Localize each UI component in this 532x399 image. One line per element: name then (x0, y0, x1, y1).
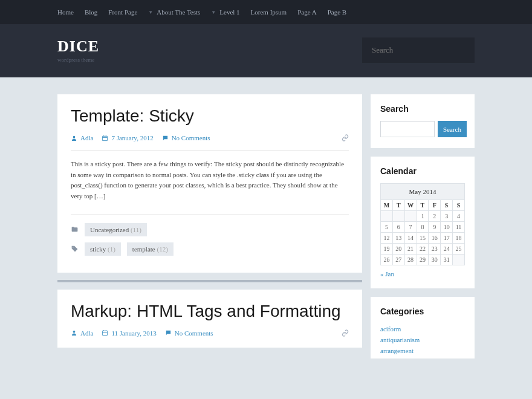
user-icon (71, 135, 77, 141)
calendar-day (453, 255, 465, 265)
date-meta[interactable]: 11 January, 2013 (102, 329, 156, 337)
calendar-day[interactable]: 21 (404, 244, 417, 255)
calendar-day[interactable]: 1 (417, 211, 429, 222)
comment-icon (162, 135, 169, 141)
post-title[interactable]: Markup: HTML Tags and Formatting (71, 302, 349, 321)
nav-page-b[interactable]: Page B (328, 8, 346, 16)
author-name: Adla (80, 329, 93, 337)
post-meta: Adla 7 January, 2012 No Comments (71, 134, 349, 151)
calendar-day[interactable]: 9 (429, 222, 441, 233)
date-meta[interactable]: 7 January, 2012 (102, 134, 153, 141)
site-tagline: wordpress theme (57, 57, 99, 63)
calendar-day-header: F (429, 200, 441, 211)
category-tag[interactable]: Uncategorized (11) (85, 223, 147, 236)
sticky-separator (57, 280, 362, 282)
calendar-day[interactable]: 23 (429, 244, 441, 255)
category-item: arrangement (380, 345, 465, 356)
calendar-day[interactable]: 26 (381, 255, 393, 265)
user-icon (71, 329, 77, 336)
calendar-day[interactable]: 24 (441, 244, 453, 255)
calendar-day[interactable]: 10 (441, 222, 453, 233)
site-logo[interactable]: DICE (57, 37, 99, 56)
calendar-day[interactable]: 3 (441, 211, 453, 222)
post-title[interactable]: Template: Sticky (71, 106, 349, 126)
nav-level1[interactable]: ▼ Level 1 (211, 8, 239, 16)
calendar-day-header: W (404, 200, 417, 211)
calendar-days-row: MTWTFSS (381, 200, 465, 211)
calendar-day[interactable]: 6 (392, 222, 404, 233)
calendar-prev[interactable]: « Jan (380, 270, 394, 277)
calendar-day[interactable]: 4 (453, 211, 465, 222)
nav-blog[interactable]: Blog (85, 8, 97, 16)
author-meta[interactable]: Adla (71, 329, 93, 337)
calendar-day[interactable]: 12 (381, 233, 393, 244)
calendar-week: 1234 (381, 211, 465, 222)
nav-about[interactable]: ▼ About The Tests (148, 8, 200, 16)
calendar-day (392, 211, 404, 222)
nav-home[interactable]: Home (57, 8, 74, 16)
calendar-day[interactable]: 8 (417, 222, 429, 233)
nav-lorem[interactable]: Lorem Ipsum (251, 8, 287, 16)
categories-widget: Categories aciformantiquarianismarrangem… (371, 297, 475, 358)
calendar-day[interactable]: 17 (441, 233, 453, 244)
calendar-day[interactable]: 19 (381, 244, 393, 255)
calendar-table: MTWTFSS 12345678910111213141516171819202… (380, 199, 465, 265)
permalink-icon[interactable] (342, 329, 349, 337)
comments-meta[interactable]: No Comments (162, 134, 210, 141)
calendar-week: 12131415161718 (381, 233, 465, 244)
widget-title: Search (380, 104, 465, 114)
author-name: Adla (80, 134, 93, 141)
sidebar-search-input[interactable] (380, 121, 435, 137)
permalink-icon[interactable] (342, 134, 349, 141)
calendar-day[interactable]: 15 (417, 233, 429, 244)
calendar-day[interactable]: 7 (404, 222, 417, 233)
post: Markup: HTML Tags and Formatting Adla 11… (57, 290, 362, 348)
calendar-day[interactable]: 5 (381, 222, 393, 233)
post-date: 7 January, 2012 (111, 134, 153, 141)
calendar-day[interactable]: 13 (392, 233, 404, 244)
tag-icon (71, 245, 79, 253)
nav-front-page[interactable]: Front Page (108, 8, 137, 16)
category-name: Uncategorized (90, 226, 129, 233)
tag-item[interactable]: template (12) (127, 242, 174, 256)
post: Template: Sticky Adla 7 January, 2012 No… (57, 94, 362, 273)
calendar-day[interactable]: 29 (417, 255, 429, 265)
comments-meta[interactable]: No Comments (165, 329, 213, 337)
tag-name: template (132, 245, 155, 253)
logo-block: DICE wordpress theme (57, 37, 99, 63)
calendar-day[interactable]: 20 (392, 244, 404, 255)
calendar-day[interactable]: 18 (453, 233, 465, 244)
calendar-day[interactable]: 14 (404, 233, 417, 244)
folder-icon (71, 225, 79, 233)
post-meta: Adla 11 January, 2013 No Comments (71, 329, 349, 337)
nav-page-a[interactable]: Page A (297, 8, 316, 16)
calendar-day[interactable]: 16 (429, 233, 441, 244)
calendar-day[interactable]: 2 (429, 211, 441, 222)
category-count: (11) (131, 226, 141, 233)
chevron-down-icon: ▼ (148, 10, 153, 15)
header-search-input[interactable] (362, 37, 475, 63)
tag-item[interactable]: sticky (1) (85, 242, 121, 256)
comments-text: No Comments (175, 329, 213, 337)
calendar-day[interactable]: 30 (429, 255, 441, 265)
calendar-widget: Calendar May 2014 MTWTFSS 12345678910111… (371, 157, 475, 288)
svg-rect-1 (103, 136, 108, 140)
calendar-day[interactable]: 28 (404, 255, 417, 265)
calendar-day-header: T (392, 200, 404, 211)
calendar-day[interactable]: 11 (453, 222, 465, 233)
calendar-day[interactable]: 25 (453, 244, 465, 255)
category-link[interactable]: antiquarianism (380, 336, 420, 343)
category-link[interactable]: aciform (380, 325, 401, 332)
calendar-day-header: M (381, 200, 393, 211)
svg-point-5 (73, 247, 74, 248)
calendar-nav: « Jan (380, 270, 465, 277)
calendar-day[interactable]: 31 (441, 255, 453, 265)
calendar-day[interactable]: 22 (417, 244, 429, 255)
search-button[interactable]: Search (438, 121, 467, 137)
calendar-day (381, 211, 393, 222)
category-link[interactable]: arrangement (380, 347, 414, 354)
nav-label: Level 1 (219, 8, 239, 16)
calendar-day[interactable]: 27 (392, 255, 404, 265)
author-meta[interactable]: Adla (71, 134, 93, 141)
svg-point-0 (73, 136, 76, 138)
